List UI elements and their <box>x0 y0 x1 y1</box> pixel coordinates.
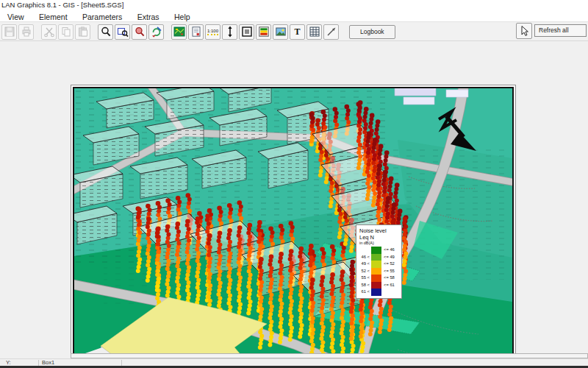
legend-lower-bound: 49 < <box>359 261 371 268</box>
scale-icon: 1:100 <box>207 29 218 35</box>
menu-parameters[interactable]: Parameters <box>76 11 128 23</box>
legend-scale: <= 4646 <<= 4949 <<= 5252 <<= 5555 <<= 5… <box>359 247 400 296</box>
logbook-button[interactable]: Logbook <box>349 25 395 39</box>
legend-row: 55 <<= 58 <box>359 275 400 282</box>
legend-color-swatch <box>371 254 381 261</box>
legend-button[interactable] <box>256 24 271 40</box>
legend-lower-bound <box>359 247 371 254</box>
copy-button[interactable] <box>58 24 74 40</box>
map-sheet[interactable] <box>71 85 516 368</box>
legend-row: 52 <<= 55 <box>359 268 400 275</box>
legend-row: 46 <<= 49 <box>359 254 400 261</box>
scale-button[interactable]: 1:100 <box>205 24 220 40</box>
legend-color-swatch <box>371 275 381 282</box>
legend-color-swatch <box>371 261 381 268</box>
legend-unit: in dB(A) <box>359 241 400 245</box>
status-separator <box>38 360 39 366</box>
legend-lower-bound: 46 < <box>359 254 371 261</box>
legend-color-swatch <box>371 268 381 275</box>
save-button[interactable] <box>1 24 17 40</box>
legend-lower-bound: 55 < <box>359 275 371 282</box>
print-button[interactable] <box>18 24 34 40</box>
zoom-window-button[interactable] <box>115 24 130 40</box>
legend-row: 58 <<= 61 <box>359 282 400 289</box>
sheet-button[interactable] <box>188 24 204 40</box>
legend-upper-bound: <= 52 <box>381 261 395 268</box>
copy-icon <box>60 26 72 38</box>
menu-extras[interactable]: Extras <box>132 11 165 23</box>
zoom-out-button[interactable] <box>132 24 147 40</box>
legend-title: Noise level <box>359 227 400 234</box>
text-button[interactable]: T <box>290 24 305 40</box>
vertical-arrows-icon <box>224 26 236 38</box>
redraw-icon <box>151 26 162 38</box>
line-button[interactable] <box>323 24 339 40</box>
legend-row: <= 46 <box>359 247 400 254</box>
frame-button[interactable] <box>239 24 254 40</box>
legend-lower-bound: 61 < <box>359 289 371 296</box>
arrow-line-icon <box>326 26 337 38</box>
status-bar: Y: Box1 <box>0 358 588 366</box>
legend-subtitle: Leq N <box>359 234 400 241</box>
menu-bar: View Element Parameters Extras Help <box>0 10 588 22</box>
cursor-tool-button[interactable] <box>516 23 532 39</box>
paste-icon <box>77 26 89 38</box>
legend-icon <box>258 26 270 38</box>
noise-legend[interactable]: Noise level Leq N in dB(A) <= 4646 <<= 4… <box>356 224 402 299</box>
legend-upper-bound: <= 49 <box>381 254 395 261</box>
toolbar: 1:100TLogbook <box>0 23 588 41</box>
legend-color-swatch <box>371 247 381 254</box>
redraw-button[interactable] <box>148 24 164 40</box>
status-separator <box>121 360 122 366</box>
text-icon: T <box>294 26 300 38</box>
map-border <box>73 87 514 368</box>
table-icon <box>309 26 320 38</box>
save-icon <box>4 26 15 38</box>
picture-icon <box>275 26 287 38</box>
table-button[interactable] <box>306 24 322 40</box>
legend-color-swatch <box>371 289 381 296</box>
frame-icon <box>241 26 253 38</box>
menu-help[interactable]: Help <box>168 11 196 23</box>
scissors-icon <box>43 26 55 38</box>
legend-upper-bound: <= 58 <box>381 275 395 282</box>
print-icon <box>21 26 32 38</box>
menu-element[interactable]: Element <box>33 11 74 23</box>
zoom-in-button[interactable] <box>98 24 113 40</box>
horizontal-scrollbar[interactable] <box>71 353 588 358</box>
menu-view[interactable]: View <box>1 11 30 23</box>
legend-row: 49 <<= 52 <box>359 261 400 268</box>
legend-upper-bound: <= 55 <box>381 268 395 275</box>
picture-button[interactable] <box>273 24 288 40</box>
legend-lower-bound: 52 < <box>359 268 371 275</box>
map-icon <box>173 26 185 38</box>
map-view-button[interactable] <box>171 24 187 40</box>
refresh-all-field[interactable]: Refresh all <box>534 24 587 37</box>
legend-upper-bound: <= 61 <box>381 282 395 289</box>
map-3d-scene[interactable] <box>74 88 512 368</box>
legend-color-swatch <box>371 282 381 289</box>
zoom-window-icon <box>117 26 129 38</box>
sheet-icon <box>190 26 202 38</box>
cut-button[interactable] <box>41 24 57 40</box>
vertical-scale-button[interactable] <box>222 24 237 40</box>
legend-upper-bound <box>381 289 384 296</box>
legend-row: 61 < <box>359 289 400 296</box>
legend-lower-bound: 58 < <box>359 282 371 289</box>
paste-button[interactable] <box>75 24 90 40</box>
workspace <box>0 41 588 353</box>
window-title: LAN Graphics 8.1 - GIS - [Sheet5.SGS] <box>0 0 588 10</box>
legend-upper-bound: <= 46 <box>381 247 395 254</box>
zoom-out-icon <box>134 26 146 38</box>
magnifier-icon <box>100 26 112 38</box>
cursor-icon <box>518 25 530 37</box>
